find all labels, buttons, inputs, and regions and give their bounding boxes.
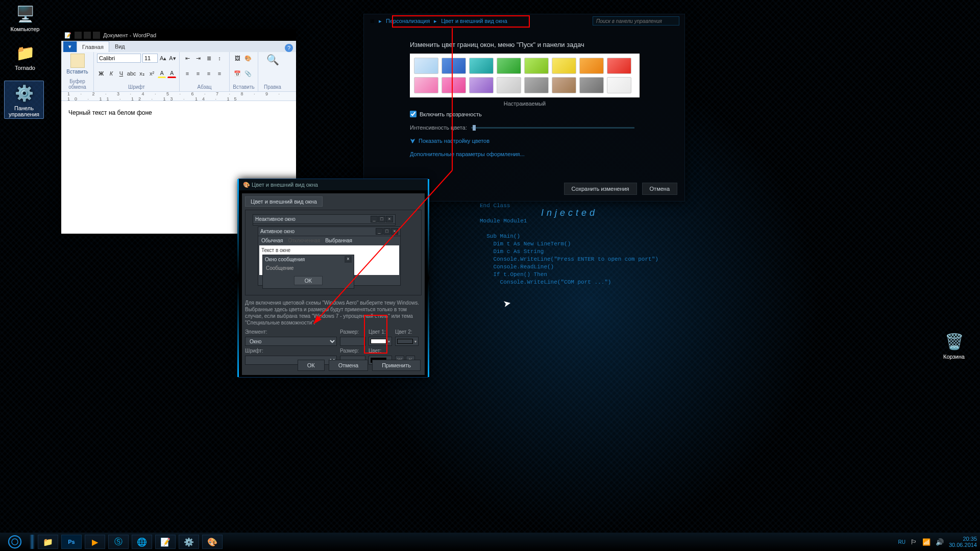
taskbar-media-player[interactable]: ▶ bbox=[85, 535, 105, 549]
file-tab[interactable]: ▾ bbox=[63, 41, 77, 52]
tray-action-center-icon[interactable]: 🏳 bbox=[911, 538, 917, 546]
bold-button[interactable]: Ж bbox=[97, 69, 106, 78]
color-swatch[interactable] bbox=[552, 77, 576, 93]
insert-paint-icon[interactable]: 🎨 bbox=[243, 54, 253, 63]
font-name-select[interactable] bbox=[97, 54, 141, 63]
tray-network-icon[interactable]: 📶 bbox=[922, 538, 930, 546]
indent-inc-icon[interactable]: ⇥ bbox=[193, 54, 203, 63]
size-spinner[interactable] bbox=[340, 337, 365, 346]
desktop-icon-computer[interactable]: 🖥️ Компьютер bbox=[5, 3, 45, 32]
insert-datetime-icon[interactable]: 📅 bbox=[233, 69, 242, 78]
taskbar-chrome[interactable]: 🌐 bbox=[132, 535, 152, 549]
color-swatch[interactable] bbox=[607, 77, 631, 93]
color-swatch[interactable] bbox=[524, 58, 549, 74]
color-swatch[interactable] bbox=[469, 58, 494, 74]
subscript-button[interactable]: x₂ bbox=[138, 69, 146, 78]
color-swatch[interactable] bbox=[524, 77, 549, 93]
custom-label: Настраиваемый bbox=[410, 101, 640, 107]
cancel-button[interactable]: Отмена bbox=[642, 183, 677, 195]
list-icon[interactable]: ≣ bbox=[204, 54, 213, 63]
dialog-tab[interactable]: Цвет и внешний вид окна bbox=[245, 196, 323, 207]
advanced-appearance-dialog[interactable]: 🎨 Цвет и внешний вид окна Цвет и внешний… bbox=[238, 179, 428, 378]
font-size-select[interactable] bbox=[142, 54, 158, 63]
clock-time: 20:35 bbox=[949, 536, 977, 542]
strike-button[interactable]: abc bbox=[127, 69, 136, 78]
cancel-button[interactable]: Отмена bbox=[329, 360, 368, 371]
align-justify-icon[interactable]: ≡ bbox=[215, 69, 224, 78]
paste-button[interactable]: Вставить bbox=[64, 54, 90, 74]
find-button[interactable]: 🔍 bbox=[261, 54, 284, 66]
taskbar-control-panel[interactable]: ⚙️ bbox=[179, 535, 199, 549]
italic-button[interactable]: К bbox=[107, 69, 116, 78]
qat-redo-icon[interactable] bbox=[93, 32, 100, 39]
svg-point-3 bbox=[12, 539, 18, 545]
color-swatch[interactable] bbox=[414, 58, 438, 74]
ok-button[interactable]: ОК bbox=[298, 360, 325, 371]
color-swatch[interactable] bbox=[552, 58, 576, 74]
shrink-font-icon[interactable]: A▾ bbox=[168, 54, 176, 63]
wordpad-titlebar[interactable]: 📝 Документ - WordPad bbox=[61, 30, 296, 41]
intensity-slider[interactable] bbox=[471, 127, 634, 129]
indent-dec-icon[interactable]: ⇤ bbox=[183, 54, 192, 63]
breadcrumb-window-color[interactable]: Цвет и внешний вид окна bbox=[441, 18, 507, 24]
help-icon[interactable]: ? bbox=[285, 44, 293, 52]
superscript-button[interactable]: x² bbox=[148, 69, 156, 78]
color-swatch-grid bbox=[410, 54, 640, 97]
color2-picker[interactable]: ▾ bbox=[395, 337, 419, 346]
color-swatch[interactable] bbox=[497, 58, 521, 74]
transparency-input[interactable] bbox=[410, 111, 416, 117]
color-swatch[interactable] bbox=[497, 77, 521, 93]
align-center-icon[interactable]: ≡ bbox=[193, 69, 203, 78]
taskbar-explorer[interactable]: 📁 bbox=[38, 535, 58, 549]
highlight-button[interactable]: A bbox=[158, 69, 166, 78]
show-mixer-link[interactable]: ⮟ Показать настройку цветов bbox=[410, 138, 684, 144]
transparency-label: Включить прозрачность bbox=[420, 111, 482, 117]
save-button[interactable]: Сохранить изменения bbox=[564, 183, 637, 195]
color-swatch[interactable] bbox=[442, 58, 466, 74]
underline-button[interactable]: Ч bbox=[117, 69, 126, 78]
tab-home[interactable]: Главная bbox=[77, 41, 109, 52]
color-swatch[interactable] bbox=[469, 77, 494, 93]
taskbar-clock[interactable]: 20:35 30.06.2014 bbox=[949, 536, 977, 548]
tray-volume-icon[interactable]: 🔊 bbox=[936, 538, 944, 546]
grow-font-icon[interactable]: A▴ bbox=[159, 54, 167, 63]
slider-thumb[interactable] bbox=[473, 125, 476, 131]
insert-object-icon[interactable]: 📎 bbox=[243, 69, 253, 78]
personalization-window[interactable]: 🖥 ▸ Персонализация ▸ Цвет и внешний вид … bbox=[363, 14, 685, 202]
align-left-icon[interactable]: ≡ bbox=[183, 69, 192, 78]
qat-undo-icon[interactable] bbox=[84, 32, 91, 39]
page-heading: Изменить цвет границ окон, меню "Пуск" и… bbox=[410, 41, 684, 48]
tab-view[interactable]: Вид bbox=[109, 41, 131, 52]
color-swatch[interactable] bbox=[442, 77, 466, 93]
insert-picture-icon[interactable]: 🖼 bbox=[233, 54, 242, 63]
advanced-appearance-link[interactable]: Дополнительные параметры оформления... bbox=[410, 151, 684, 157]
line-spacing-icon[interactable]: ↕ bbox=[215, 54, 224, 63]
color-swatch[interactable] bbox=[579, 58, 604, 74]
color-swatch[interactable] bbox=[414, 77, 438, 93]
transparency-checkbox[interactable]: Включить прозрачность bbox=[410, 111, 684, 117]
desktop-icon-tornado[interactable]: 📁 Tornado bbox=[5, 42, 45, 71]
font-color-button[interactable]: A bbox=[167, 69, 176, 78]
desktop-icon-control-panel[interactable]: ⚙️ Панель управления bbox=[4, 81, 44, 119]
qat-save-icon[interactable] bbox=[75, 32, 82, 39]
language-indicator[interactable]: RU bbox=[898, 539, 905, 545]
breadcrumb-personalization[interactable]: Персонализация bbox=[386, 18, 430, 24]
desktop-icon-recycle-bin[interactable]: 🗑️ Корзина bbox=[934, 331, 974, 360]
search-input[interactable] bbox=[593, 16, 679, 26]
clock-date: 30.06.2014 bbox=[949, 542, 977, 548]
ruler[interactable]: 1 · 2 · 3 · 4 · 5 · 6 · 7 · 8 · 9 · 10 ·… bbox=[61, 92, 296, 101]
taskbar-photoshop[interactable]: Ps bbox=[61, 535, 82, 549]
group-clipboard-label: Буфер обмена bbox=[64, 79, 90, 90]
taskbar-skype[interactable]: Ⓢ bbox=[108, 535, 129, 549]
color1-picker[interactable]: ▾ bbox=[369, 337, 392, 346]
color-swatch[interactable] bbox=[607, 58, 631, 74]
start-button[interactable] bbox=[3, 534, 27, 549]
apply-button[interactable]: Применить bbox=[372, 360, 421, 371]
align-right-icon[interactable]: ≡ bbox=[204, 69, 213, 78]
color-swatch[interactable] bbox=[579, 77, 604, 93]
element-select[interactable]: Окно bbox=[245, 337, 337, 346]
dialog-titlebar[interactable]: 🎨 Цвет и внешний вид окна bbox=[239, 179, 428, 190]
taskbar-wordpad[interactable]: 📝 bbox=[155, 535, 176, 549]
taskbar-appearance[interactable]: 🎨 bbox=[202, 535, 223, 549]
minimize-icon: _ bbox=[376, 228, 383, 235]
